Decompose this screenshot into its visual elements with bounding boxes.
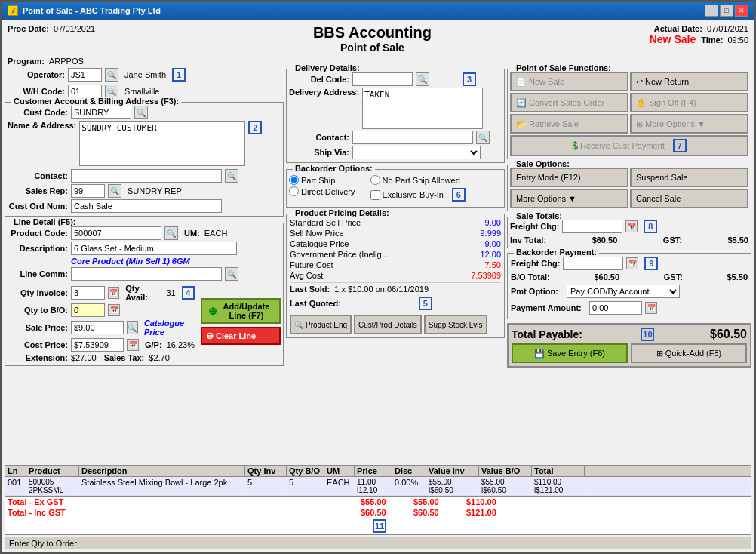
del-code-search-btn[interactable]: 🔍 xyxy=(416,72,429,86)
suspend-sale-btn[interactable]: Suspend Sale xyxy=(630,168,748,187)
no-part-ship-radio[interactable] xyxy=(370,175,380,185)
th-description: Description xyxy=(79,466,245,476)
operator-name: Jane Smith xyxy=(124,70,166,79)
backorder-options-label: Backorder Options: xyxy=(293,164,375,173)
no-part-ship-option: No Part Ship Allowed xyxy=(370,175,466,185)
th-disc: Disc xyxy=(392,466,426,476)
line-comm-input[interactable] xyxy=(71,267,222,281)
description-input[interactable] xyxy=(71,242,237,255)
quick-add-btn[interactable]: ⊞ Quick-Add (F8) xyxy=(631,343,747,363)
receive-payment-btn[interactable]: $ Receive Cust Payment 7 xyxy=(510,135,748,156)
payment-calc-btn[interactable]: 📅 xyxy=(645,302,657,314)
total-ex-gst-val-bo: $55.00 xyxy=(411,497,464,507)
cust-prod-btn[interactable]: Cust/Prod Details xyxy=(354,315,422,334)
name-address-input[interactable]: SUNDRY CUSTOMER xyxy=(79,121,245,166)
qty-bo-label: Qty to B/O: xyxy=(8,306,68,315)
contact-search-btn[interactable]: 🔍 xyxy=(225,169,238,183)
del-contact-search-btn[interactable]: 🔍 xyxy=(476,131,490,144)
delivery-address-input[interactable]: TAKEN xyxy=(362,88,483,129)
del-code-input[interactable] xyxy=(352,72,413,86)
line-comm-search-btn[interactable]: 🔍 xyxy=(225,267,238,281)
app-header: BBS Accounting Point of Sale xyxy=(313,24,432,54)
number-11-area: 11 xyxy=(5,518,751,534)
close-btn[interactable]: ✕ xyxy=(735,5,748,17)
sale-price-search-btn[interactable]: 🔍 xyxy=(127,321,138,334)
qty-bo-input[interactable] xyxy=(71,303,105,317)
backorder-payment-label: Backorder Payment: xyxy=(514,248,599,257)
cost-calc-btn[interactable]: 📅 xyxy=(127,339,139,351)
direct-delivery-label: Direct Delivery xyxy=(301,187,355,196)
exclusive-buy-in-checkbox[interactable] xyxy=(370,190,380,200)
sales-rep-search-btn[interactable]: 🔍 xyxy=(108,184,121,198)
sale-price-input[interactable] xyxy=(71,321,124,334)
freight-chg-input[interactable] xyxy=(562,220,622,233)
number-6-badge: 6 xyxy=(452,188,466,202)
payment-amount-input[interactable] xyxy=(589,301,642,315)
operator-search-btn[interactable]: 🔍 xyxy=(105,68,118,82)
line-comm-label: Line Comm: xyxy=(8,269,68,279)
time-value: 09:50 xyxy=(727,35,748,45)
window-controls: — □ ✕ xyxy=(705,5,748,17)
part-ship-radio[interactable] xyxy=(289,175,299,185)
contact-input[interactable] xyxy=(71,169,222,183)
qty-bo-calc-btn[interactable]: 📅 xyxy=(108,304,120,316)
cancel-sale-btn[interactable]: Cancel Sale xyxy=(630,189,748,208)
clear-line-btn[interactable]: ⊖ Clear Line xyxy=(201,327,281,345)
qty-invoice-input[interactable] xyxy=(71,286,105,300)
extension-row: Extension: $27.00 Sales Tax: $2.70 xyxy=(8,352,195,363)
convert-so-btn[interactable]: 🔄 Convert Sales Order xyxy=(510,93,628,112)
gp-label: G/P: xyxy=(145,340,162,349)
qty-invoice-calc-btn[interactable]: 📅 xyxy=(108,287,119,299)
core-product-text: Core Product (Min Sell 1) 6GM xyxy=(71,257,190,266)
pmt-option-label: Pmt Option: xyxy=(511,287,564,296)
qty-invoice-row: Qty Invoice: 📅 Qty Avail: 31 4 xyxy=(8,283,195,303)
supp-stock-btn[interactable]: Supp Stock Lvls xyxy=(424,315,487,334)
bo-freight-calc-btn[interactable]: 📅 xyxy=(626,257,638,269)
more-options-btn[interactable]: ⊞ More Options ▼ xyxy=(630,114,748,134)
cust-ord-input[interactable] xyxy=(71,199,222,213)
sale-more-options-btn[interactable]: More Options ▼ xyxy=(510,189,628,208)
operator-code-input[interactable] xyxy=(68,68,102,82)
minimize-btn[interactable]: — xyxy=(705,5,718,17)
new-return-btn[interactable]: ↩ New Return xyxy=(630,72,748,91)
new-sale-btn[interactable]: 📄 New Sale xyxy=(510,72,628,91)
product-enq-btn[interactable]: 🔍 Product Enq xyxy=(290,315,352,334)
th-product: Product xyxy=(26,466,79,476)
direct-delivery-radio[interactable] xyxy=(289,186,299,196)
pos-functions-section: Point of Sale Functions: 📄 New Sale ↩ Ne… xyxy=(507,69,751,159)
td-total: $110.00i$121.00 xyxy=(532,477,585,495)
save-entry-btn[interactable]: 💾 Save Entry (F6) xyxy=(512,343,628,363)
window-title: Point of Sale - ABC Trading Pty Ltd xyxy=(23,6,700,15)
inv-total-row: Inv Total: $60.50 GST: $5.50 xyxy=(510,235,748,245)
retrieve-sale-btn[interactable]: 📂 Retrieve Sale xyxy=(510,114,628,134)
sign-off-btn[interactable]: ✋ Sign Off (F4) xyxy=(630,93,748,112)
total-payable-label: Total Payable: xyxy=(512,328,582,340)
wh-code-label: W/H Code: xyxy=(5,87,65,96)
cust-code-input[interactable] xyxy=(71,106,131,119)
bo-gst-label: GST: xyxy=(664,272,683,282)
th-um: UM xyxy=(324,466,355,476)
entry-mode-btn[interactable]: Entry Mode (F12) xyxy=(510,168,628,187)
delivery-section-label: Delivery Details: xyxy=(293,63,362,72)
pmt-option-select[interactable]: Pay COD/By Account xyxy=(567,285,680,298)
exclusive-buy-in-label: Exclusive Buy-In xyxy=(383,190,444,199)
more-options-icon: ⊞ xyxy=(636,119,643,129)
cost-price-input[interactable] xyxy=(71,338,124,352)
td-disc: 0.00% xyxy=(392,477,426,495)
bo-freight-label: Freight Chg: xyxy=(511,259,560,268)
catalogue-price-text: Catalogue Price xyxy=(144,319,195,337)
del-contact-input[interactable] xyxy=(352,131,473,144)
product-search-btn[interactable]: 🔍 xyxy=(164,226,178,240)
sign-off-icon: ✋ xyxy=(636,98,647,108)
standard-sell-label: Standard Sell Price xyxy=(290,218,361,227)
bo-freight-input[interactable] xyxy=(563,257,623,270)
maximize-btn[interactable]: □ xyxy=(720,5,733,17)
product-code-input[interactable] xyxy=(71,226,161,240)
freight-calc-btn[interactable]: 📅 xyxy=(625,220,638,232)
cust-code-search-btn[interactable]: 🔍 xyxy=(134,106,148,119)
ship-via-select[interactable] xyxy=(352,146,481,159)
td-product: 5000052PKSSML xyxy=(26,477,79,495)
add-update-btn[interactable]: ⊕ Add/Update Line (F7) xyxy=(201,298,281,324)
sales-rep-code-input[interactable] xyxy=(71,184,105,198)
standard-sell-value: 9.00 xyxy=(485,218,501,227)
